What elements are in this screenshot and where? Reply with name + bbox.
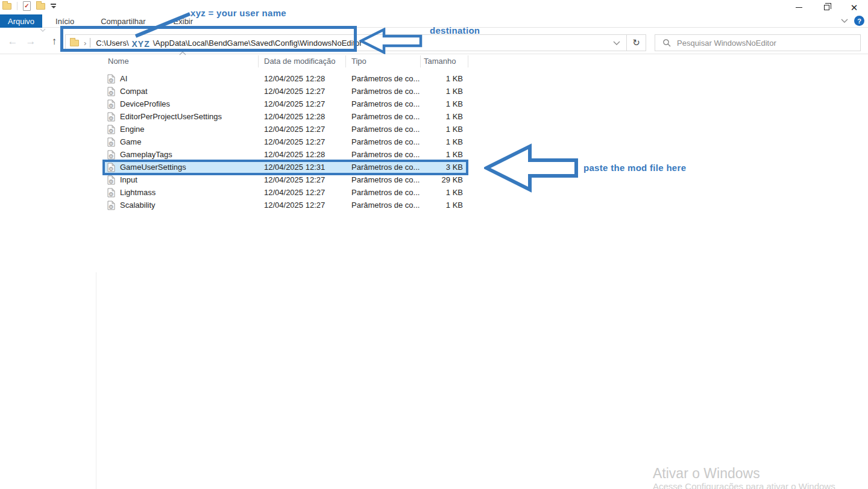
file-row[interactable]: ⚙ Input 12/04/2025 12:27 Parâmetros de c… [102, 173, 468, 186]
ini-file-icon: ⚙ [107, 137, 115, 147]
column-header-date[interactable]: Data de modificação [264, 57, 336, 66]
file-size: 1 KB [404, 201, 463, 210]
file-row[interactable]: ⚙ EditorPerProjectUserSettings 12/04/202… [102, 110, 468, 123]
file-row[interactable]: ⚙ AI 12/04/2025 12:28 Parâmetros de co..… [102, 72, 468, 85]
help-icon[interactable]: ? [854, 16, 864, 26]
nav-pane-divider[interactable] [96, 272, 96, 489]
column-divider[interactable] [345, 55, 346, 67]
ribbon-expand-chevron-icon[interactable] [841, 19, 848, 23]
file-name: Game [120, 137, 141, 146]
file-date: 12/04/2025 12:27 [264, 99, 325, 108]
ini-file-icon: ⚙ [107, 99, 115, 109]
ini-file-icon: ⚙ [107, 188, 115, 198]
file-date: 12/04/2025 12:27 [264, 175, 325, 184]
tab-arquivo[interactable]: Arquivo [0, 14, 42, 28]
search-icon [662, 39, 671, 47]
close-icon: ✕ [851, 3, 858, 12]
ini-file-icon: ⚙ [107, 201, 115, 210]
file-size: 1 KB [404, 74, 463, 83]
ini-file-icon: ⚙ [107, 74, 115, 84]
annotation-line-to-xyz [124, 7, 196, 40]
activate-windows-watermark: Ativar o Windows [653, 466, 760, 482]
column-divider[interactable] [258, 55, 259, 67]
file-size: 29 KB [404, 175, 463, 184]
file-name: Engine [120, 125, 144, 134]
annotation-box-address-bar [60, 26, 357, 52]
close-button[interactable]: ✕ [840, 0, 868, 14]
column-divider[interactable] [420, 55, 421, 67]
svg-text:⚙: ⚙ [108, 77, 114, 84]
file-date: 12/04/2025 12:27 [264, 188, 325, 197]
file-row[interactable]: ⚙ Game 12/04/2025 12:27 Parâmetros de co… [102, 135, 468, 148]
quick-access-toolbar: ✓ [2, 1, 56, 11]
annotation-paste-note: paste the mod file here [583, 163, 686, 173]
search-input[interactable]: Pesquisar WindowsNoEditor [655, 34, 861, 51]
file-name: Scalability [120, 201, 156, 210]
back-button[interactable]: ← [6, 28, 19, 54]
history-chevron-icon[interactable] [40, 28, 47, 54]
minimize-button[interactable] [785, 0, 813, 14]
annotation-arrow-paste-here [484, 143, 579, 193]
file-row[interactable]: ⚙ Engine 12/04/2025 12:27 Parâmetros de … [102, 123, 468, 135]
svg-text:⚙: ⚙ [108, 128, 114, 134]
file-row[interactable]: ⚙ Compat 12/04/2025 12:27 Parâmetros de … [102, 85, 468, 98]
file-name: DeviceProfiles [120, 99, 170, 108]
column-header-type[interactable]: Tipo [351, 57, 366, 66]
ini-file-icon: ⚙ [107, 150, 115, 160]
sort-ascending-caret-icon [179, 51, 186, 55]
annotation-arrow-destination [359, 28, 423, 54]
file-name: Input [120, 175, 137, 184]
svg-text:⚙: ⚙ [108, 102, 114, 109]
annotation-destination-label: destination [430, 25, 480, 36]
ini-file-icon: ⚙ [107, 125, 115, 134]
customize-qat-caret-icon[interactable] [51, 4, 56, 8]
window-controls: ✕ [785, 0, 868, 14]
explorer-window: ✓ ✕ Arquivo Início Compartilhar Exibir ?… [0, 0, 868, 489]
file-size: 1 KB [404, 99, 463, 108]
svg-text:⚙: ⚙ [108, 178, 114, 185]
file-size: 1 KB [404, 137, 463, 146]
file-date: 12/04/2025 12:28 [264, 112, 325, 121]
file-date: 12/04/2025 12:27 [264, 125, 325, 134]
new-folder-icon[interactable] [36, 3, 45, 10]
file-row[interactable]: ⚙ GameplayTags 12/04/2025 12:28 Parâmetr… [102, 148, 468, 161]
file-name: Lightmass [120, 188, 156, 197]
annotation-user-note: xyz = your user name [190, 8, 286, 18]
svg-text:⚙: ⚙ [108, 191, 114, 198]
svg-text:⚙: ⚙ [108, 90, 114, 96]
search-placeholder: Pesquisar WindowsNoEditor [677, 39, 776, 48]
column-header-name[interactable]: Nome [108, 57, 129, 66]
properties-check-icon[interactable]: ✓ [23, 1, 31, 11]
svg-text:⚙: ⚙ [108, 153, 114, 160]
forward-button[interactable]: → [24, 28, 37, 54]
file-size: 1 KB [404, 112, 463, 121]
file-date: 12/04/2025 12:27 [264, 87, 325, 96]
restore-button[interactable] [813, 0, 840, 14]
minimize-icon [796, 7, 802, 8]
activate-windows-watermark-subtext: Acesse Configurações para ativar o Windo… [653, 481, 835, 489]
column-divider[interactable] [468, 55, 468, 67]
file-row[interactable]: ⚙ Lightmass 12/04/2025 12:27 Parâmetros … [102, 186, 468, 199]
file-row[interactable]: ⚙ DeviceProfiles 12/04/2025 12:27 Parâme… [102, 98, 468, 110]
refresh-button[interactable]: ↻ [627, 34, 646, 51]
address-dropdown-chevron-icon[interactable] [613, 41, 620, 45]
file-name: AI [120, 74, 127, 83]
file-name: EditorPerProjectUserSettings [120, 112, 222, 121]
column-header-size[interactable]: Tamanho [424, 57, 456, 66]
file-date: 12/04/2025 12:28 [264, 150, 325, 159]
ini-file-icon: ⚙ [107, 87, 115, 96]
up-button[interactable]: ↑ [48, 28, 60, 54]
svg-text:⚙: ⚙ [108, 204, 114, 210]
file-size: 1 KB [404, 87, 463, 96]
file-name: GameplayTags [120, 150, 172, 159]
file-size: 1 KB [404, 150, 463, 159]
file-date: 12/04/2025 12:27 [264, 137, 325, 146]
divider [17, 2, 17, 10]
file-row[interactable]: ⚙ Scalability 12/04/2025 12:27 Parâmetro… [102, 199, 468, 211]
column-header-row: Nome Data de modificação Tipo Tamanho [96, 55, 530, 68]
file-date: 12/04/2025 12:28 [264, 74, 325, 83]
file-name: Compat [120, 87, 148, 96]
restore-icon [824, 5, 829, 10]
file-size: 1 KB [404, 188, 463, 197]
file-size: 1 KB [404, 125, 463, 134]
